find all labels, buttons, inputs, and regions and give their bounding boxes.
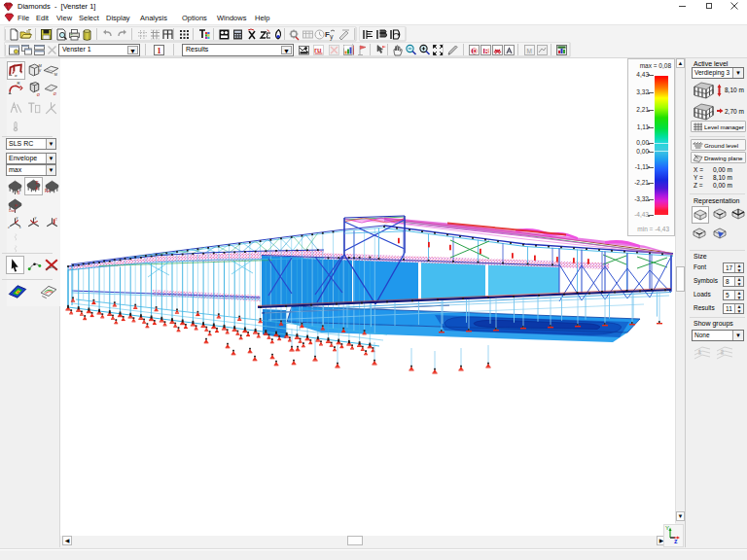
svg-text:F: F	[36, 181, 39, 186]
svg-text:M: M	[527, 48, 532, 54]
svg-text:y: y	[35, 216, 37, 220]
svg-text:Dwl: Dwl	[9, 208, 16, 213]
svg-text:δ: δ	[18, 191, 20, 195]
svg-text:σ: σ	[37, 91, 41, 97]
svg-text:R: R	[484, 48, 489, 54]
svg-text:z: z	[8, 226, 10, 229]
svg-text:T: T	[55, 218, 58, 222]
svg-text:z: z	[674, 538, 678, 544]
svg-text:V: V	[39, 69, 42, 73]
svg-text:2: 2	[721, 349, 724, 355]
svg-text:1: 1	[698, 349, 701, 355]
svg-text:x: x	[19, 226, 21, 229]
svg-text:M: M	[54, 73, 57, 77]
svg-text:D: D	[473, 48, 478, 54]
svg-text:F: F	[45, 189, 48, 193]
svg-text:σ: σ	[53, 90, 57, 96]
svg-text:1: 1	[157, 46, 161, 55]
svg-text:Y: Y	[665, 525, 669, 531]
svg-text:y: y	[330, 33, 334, 41]
svg-text:F: F	[16, 203, 18, 208]
svg-text:σ: σ	[15, 73, 18, 78]
svg-text:R: R	[18, 81, 20, 86]
svg-text:y: y	[17, 216, 18, 220]
